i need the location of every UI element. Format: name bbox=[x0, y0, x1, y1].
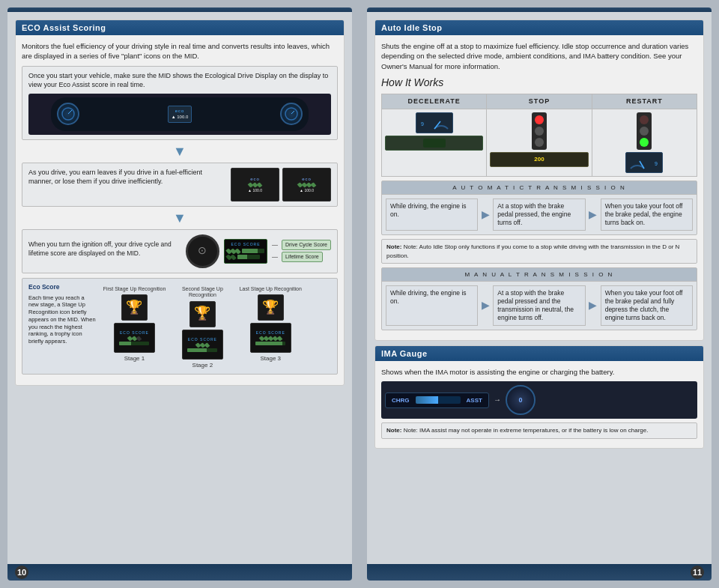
auto-trans-arrow2: ▶ bbox=[586, 198, 601, 231]
dashboard-inner: eco ▲ 100.0 bbox=[51, 97, 308, 131]
stage3-name: Stage 3 bbox=[260, 354, 281, 363]
tl-red-dim bbox=[640, 115, 649, 124]
eco-stages: First Stage Up Recognition 🏆 ECO SCORE bbox=[102, 286, 303, 369]
svg-text:9: 9 bbox=[655, 161, 658, 166]
box2-content: As you drive, you earn leaves if you dri… bbox=[28, 168, 331, 201]
eco-box1-text: Once you start your vehicle, make sure t… bbox=[28, 71, 331, 90]
restart-header: RESTART bbox=[592, 94, 697, 109]
score-row1 bbox=[227, 249, 264, 254]
eco-box3-text: When you turn the ignition off, your dri… bbox=[28, 240, 181, 258]
speedometer-gauge bbox=[57, 103, 79, 125]
right-page: Auto Idle Stop Shuts the engine off at a… bbox=[367, 7, 712, 581]
stage3-col: Last Stage Up Recognition 🏆 ECO SCORE bbox=[238, 286, 303, 363]
lifetime-bar bbox=[237, 255, 260, 259]
auto-trans-body: While driving, the engine is on. ▶ At a … bbox=[382, 195, 697, 234]
eco-score-title: Eco Score bbox=[28, 283, 96, 292]
note-bold: Note: bbox=[386, 243, 404, 250]
dashboard-image: eco ▲ 100.0 bbox=[28, 94, 331, 135]
ima-note-box: Note: Note: IMA assist may not operate i… bbox=[381, 422, 697, 438]
chrg-label: CHRG bbox=[392, 396, 410, 404]
svg-line-1 bbox=[68, 110, 72, 114]
ima-display: CHRG ASST → 0 bbox=[381, 381, 697, 419]
stage2-display: ECO SCORE bbox=[182, 330, 223, 360]
eco-score-desc: Each time you reach a new stage, a Stage… bbox=[28, 294, 96, 345]
ima-round-gauge: 0 bbox=[506, 385, 536, 415]
eco-assist-section: ECO Assist Scoring Monitors the fuel eff… bbox=[15, 19, 345, 386]
decelerate-content: 9 bbox=[382, 109, 486, 154]
rpm-gauge bbox=[280, 103, 303, 125]
badge1-icon: 🏆 bbox=[126, 298, 142, 317]
stop-content: 200 bbox=[487, 109, 591, 170]
stage1-name: Stage 1 bbox=[124, 354, 145, 363]
ima-note-text: Note: IMA assist may not operate in extr… bbox=[404, 427, 649, 434]
eco-score-description: Eco Score Each time you reach a new stag… bbox=[28, 283, 96, 345]
eco-box2: As you drive, you earn leaves if you dri… bbox=[22, 163, 338, 207]
lifetime-score-label: Lifetime Score bbox=[282, 252, 323, 262]
stage2-col: Second Stage Up Recognition 🏆 ECO SCORE bbox=[170, 286, 235, 369]
auto-trans-row: While driving, the engine is on. ▶ At a … bbox=[386, 198, 693, 231]
stop-col: STOP 200 bbox=[487, 94, 591, 177]
leaf3 bbox=[257, 182, 263, 188]
auto-note-text: Note: Auto Idle Stop only functions if y… bbox=[386, 243, 679, 258]
manual-trans-cell1: While driving, the engine is on. bbox=[386, 285, 478, 326]
eco-box2-text: As you drive, you earn leaves if you dri… bbox=[28, 168, 226, 187]
ima-gauge-section: IMA Gauge Shows when the IMA motor is as… bbox=[374, 345, 704, 448]
auto-idle-title: Auto Idle Stop bbox=[375, 20, 703, 35]
how-it-works-grid: DECELERATE 9 bbox=[381, 94, 697, 177]
how-it-works-title: How It Works bbox=[381, 76, 697, 91]
manual-trans-cell2: At a stop with the brake pedal pressed a… bbox=[493, 285, 585, 326]
auto-idle-intro: Shuts the engine off at a stop to maximi… bbox=[381, 41, 697, 71]
score-labels: Drive Cycle Score Lifetime Score bbox=[272, 240, 331, 262]
manual-transmission-box: M A N U A L T R A N S M I S S I O N Whil… bbox=[381, 267, 697, 330]
stage2-label: Second Stage Up Recognition bbox=[170, 286, 235, 299]
traffic-light-stop bbox=[532, 112, 547, 150]
eco-score-display2: eco ▲ 100.0 bbox=[282, 168, 331, 201]
eco-score-board: ECO SCORE bbox=[224, 239, 267, 264]
auto-trans-arrow1: ▶ bbox=[478, 198, 493, 231]
auto-trans-cell3: When you take your foot off the brake pe… bbox=[601, 198, 693, 231]
ima-body: Shows when the IMA motor is assisting th… bbox=[375, 361, 703, 447]
traffic-light-restart bbox=[637, 112, 652, 150]
eco-box1: Once you start your vehicle, make sure t… bbox=[22, 66, 338, 140]
score-row2 bbox=[227, 255, 264, 260]
ignition-content: When you turn the ignition off, your dri… bbox=[28, 234, 331, 268]
stage1-label: First Stage Up Recognition bbox=[103, 286, 166, 292]
left-content: ECO Assist Scoring Monitors the fuel eff… bbox=[7, 12, 352, 564]
ima-note-bold: Note: bbox=[386, 427, 404, 434]
steering-wheel-icon: ⊙ bbox=[186, 234, 219, 268]
leaf7 bbox=[311, 182, 317, 188]
stage1-col: First Stage Up Recognition 🏆 ECO SCORE bbox=[102, 286, 167, 363]
right-content: Auto Idle Stop Shuts the engine off at a… bbox=[367, 12, 712, 564]
ima-arrow-pointer: → bbox=[494, 395, 501, 405]
restart-col: RESTART 9 bbox=[592, 94, 697, 177]
tl-yellow bbox=[535, 127, 544, 136]
badge3-icon: 🏆 bbox=[262, 298, 279, 317]
stage3-display: ECO SCORE bbox=[250, 323, 291, 353]
eco-score-display1: eco ▲ 100.0 bbox=[231, 168, 279, 201]
stage2-badge: 🏆 bbox=[189, 301, 216, 327]
stage3-badge: 🏆 bbox=[258, 294, 284, 321]
badge2-icon: 🏆 bbox=[194, 304, 210, 323]
manual-trans-header: M A N U A L T R A N S M I S S I O N bbox=[382, 268, 697, 282]
drive-cycle-bar bbox=[242, 249, 264, 253]
drive-cycle-label: Drive Cycle Score bbox=[282, 240, 331, 250]
ima-gauge-bar: CHRG ASST bbox=[385, 392, 489, 408]
svg-line-3 bbox=[291, 111, 294, 114]
eco-box3: When you turn the ignition off, your dri… bbox=[22, 229, 338, 273]
tl-red bbox=[535, 115, 544, 124]
manual-trans-body: While driving, the engine is on. ▶ At a … bbox=[382, 282, 697, 330]
left-page: ECO Assist Scoring Monitors the fuel eff… bbox=[7, 7, 352, 581]
auto-transmission-box: A U T O M A T I C T R A N S M I S S I O … bbox=[381, 181, 697, 235]
decelerate-col: DECELERATE 9 bbox=[381, 94, 487, 177]
right-bottom-bar: 11 bbox=[367, 564, 712, 581]
stage2-name: Stage 2 bbox=[192, 361, 213, 369]
eco-assist-body: Monitors the fuel efficiency of your dri… bbox=[16, 35, 344, 385]
auto-trans-header: A U T O M A T I C T R A N S M I S S I O … bbox=[382, 181, 697, 195]
ima-fill bbox=[416, 396, 438, 404]
tl-green bbox=[535, 138, 544, 147]
auto-idle-body: Shuts the engine off at a stop to maximi… bbox=[375, 35, 703, 340]
svg-text:9: 9 bbox=[421, 121, 424, 127]
manual-trans-cell3: When you take your foot off the brake pe… bbox=[601, 285, 693, 326]
ima-intro: Shows when the IMA motor is assisting th… bbox=[381, 367, 697, 377]
left-bottom-bar: 10 bbox=[7, 564, 352, 581]
